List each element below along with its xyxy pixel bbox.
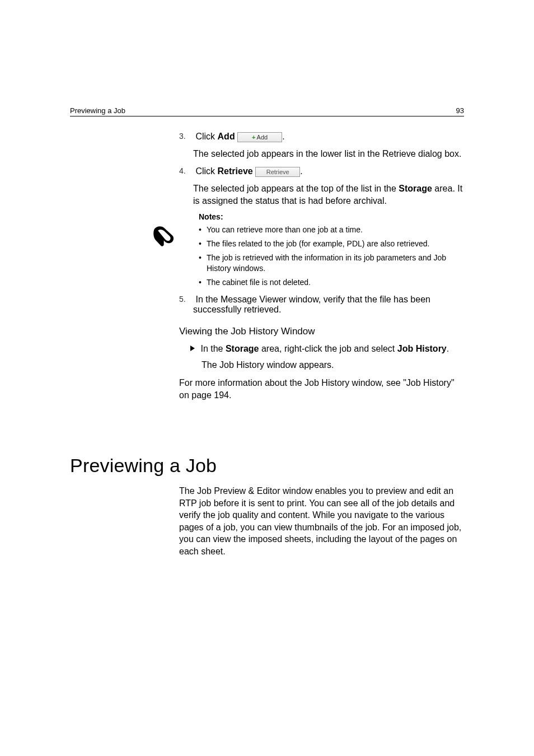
header-left: Previewing a Job [70, 106, 125, 115]
ui-term: Storage [226, 344, 259, 353]
step-4: 4. Click Retrieve Retrieve. The selected… [179, 166, 464, 287]
action-result: The Job History window appears. [202, 359, 464, 371]
notes-list: You can retrieve more than one job at a … [193, 225, 464, 287]
ui-term: Add [218, 132, 235, 141]
procedure-steps: 3. Click Add +Add. The selected job appe… [179, 132, 464, 315]
sub-heading: Viewing the Job History Window [179, 326, 464, 337]
plus-icon: + [252, 134, 255, 141]
text-run: In the [200, 344, 225, 353]
section-title: Previewing a Job [70, 455, 217, 477]
step-text: Click [195, 166, 217, 176]
add-button[interactable]: +Add [237, 132, 282, 142]
text-run: The selected job appears at the top of t… [193, 184, 399, 193]
step-result: The selected job appears in the lower li… [193, 148, 464, 160]
retrieve-button[interactable]: Retrieve [255, 167, 300, 177]
add-button-label: Add [257, 134, 268, 141]
step-punct: . [282, 132, 284, 141]
ui-term: Storage [399, 184, 432, 193]
step-result: The selected job appears at the top of t… [193, 183, 464, 207]
step-punct: . [300, 166, 302, 176]
cross-reference: For more information about the Job Histo… [179, 377, 464, 401]
section-paragraph: The Job Preview & Editor window enables … [179, 485, 464, 558]
page-header: Previewing a Job 93 [70, 106, 464, 116]
list-item: The job is retrieved with the informatio… [193, 253, 464, 274]
step-3: 3. Click Add +Add. The selected job appe… [179, 132, 464, 160]
step-5: 5. In the Message Viewer window, verify … [179, 295, 464, 315]
list-item: You can retrieve more than one job at a … [193, 225, 464, 235]
notes-heading: Notes: [199, 212, 464, 221]
step-number: 5. [179, 295, 193, 304]
step-text: In the Message Viewer window, verify tha… [193, 295, 430, 314]
step-text: Click [195, 132, 217, 141]
text-run: . [447, 344, 449, 353]
pointing-hand-icon [153, 240, 176, 249]
text-run: area, right-click the job and select [259, 344, 397, 353]
list-item: The cabinet file is not deleted. [193, 277, 464, 288]
step-number: 4. [179, 166, 193, 175]
retrieve-button-label: Retrieve [266, 169, 289, 175]
triangle-bullet-icon [190, 346, 195, 351]
ui-term: Job History [397, 344, 447, 353]
header-page-number: 93 [456, 106, 464, 115]
note-margin-icon [153, 224, 181, 250]
notes-block: Notes: You can retrieve more than one jo… [193, 212, 464, 287]
action-line: In the Storage area, right-click the job… [190, 343, 464, 355]
ui-term: Retrieve [218, 166, 253, 176]
list-item: The files related to the job (for exampl… [193, 239, 464, 249]
step-number: 3. [179, 132, 193, 141]
